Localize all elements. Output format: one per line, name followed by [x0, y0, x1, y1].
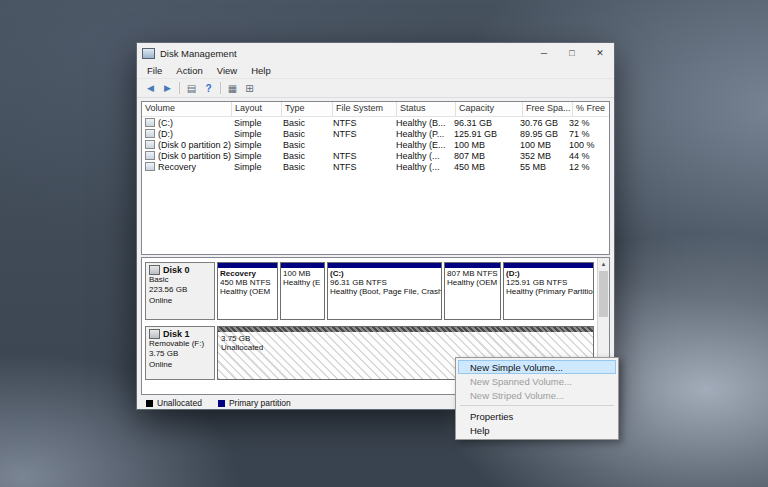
cell-layout: Simple	[231, 162, 280, 172]
cell-percent-free: 100 %	[566, 140, 610, 150]
menu-file[interactable]: File	[140, 65, 169, 76]
cell-capacity: 807 MB	[451, 151, 517, 161]
cell-free-space: 352 MB	[517, 151, 566, 161]
table-row[interactable]: (Disk 0 partition 2) Simple Basic Health…	[142, 139, 609, 150]
unallocated-swatch-icon	[146, 400, 153, 407]
partition-d[interactable]: (D:) 125.91 GB NTFS Healthy (Primary Par…	[503, 262, 594, 320]
partition-recovery[interactable]: Recovery 450 MB NTFS Healthy (OEM	[217, 262, 278, 320]
disk0-partitions: Recovery 450 MB NTFS Healthy (OEM 100 MB…	[217, 262, 594, 320]
cell-capacity: 125.91 GB	[451, 129, 517, 139]
menu-item-new-spanned-volume: New Spanned Volume...	[458, 374, 616, 388]
unallocated-label: Unallocated	[221, 343, 590, 352]
column-header-status[interactable]: Status	[397, 102, 456, 116]
properties-icon[interactable]: ▦	[224, 81, 241, 96]
cell-type: Basic	[280, 118, 330, 128]
minimize-button[interactable]: ─	[530, 43, 558, 63]
column-header-file-system[interactable]: File System	[333, 102, 397, 116]
cell-file-system: NTFS	[330, 118, 393, 128]
table-row[interactable]: (D:) Simple Basic NTFS Healthy (P... 125…	[142, 128, 609, 139]
cell-layout: Simple	[231, 129, 280, 139]
toolbar-separator	[179, 82, 180, 94]
cell-free-space: 100 MB	[517, 140, 566, 150]
disk-management-window: Disk Management ─ □ ✕ File Action View H…	[136, 42, 615, 410]
disk1-type: Removable (F:)	[149, 339, 211, 349]
menu-action[interactable]: Action	[169, 65, 209, 76]
cell-capacity: 96.31 GB	[451, 118, 517, 128]
forward-icon[interactable]: ▶	[159, 81, 176, 96]
disk1-label[interactable]: Disk 1 Removable (F:) 3.75 GB Online	[145, 326, 215, 380]
cell-layout: Simple	[231, 151, 280, 161]
partition-name: Recovery	[220, 269, 275, 278]
column-header-type[interactable]: Type	[282, 102, 333, 116]
cell-file-system: NTFS	[330, 129, 393, 139]
partition-name: (C:)	[330, 269, 439, 278]
scrollbar-thumb[interactable]	[599, 271, 608, 317]
volume-icon	[145, 151, 155, 160]
cell-type: Basic	[280, 151, 330, 161]
cell-file-system: NTFS	[330, 162, 393, 172]
partition-size: 807 MB NTFS	[447, 269, 498, 278]
legend-primary-partition-label: Primary partition	[229, 398, 291, 408]
cell-percent-free: 44 %	[566, 151, 610, 161]
volume-list-pane: Volume Layout Type File System Status Ca…	[141, 101, 610, 255]
volume-icon	[145, 140, 155, 149]
console-tree-icon[interactable]: ▤	[183, 81, 200, 96]
disk-management-app-icon	[142, 48, 155, 59]
column-header-layout[interactable]: Layout	[232, 102, 282, 116]
table-row[interactable]: Recovery Simple Basic NTFS Healthy (... …	[142, 161, 609, 172]
scroll-up-icon[interactable]: ▲	[598, 258, 609, 269]
toolbar-separator	[220, 82, 221, 94]
table-row[interactable]: (C:) Simple Basic NTFS Healthy (B... 96.…	[142, 117, 609, 128]
volume-name: (D:)	[158, 129, 173, 139]
volume-icon	[145, 129, 155, 138]
menu-item-help[interactable]: Help	[458, 423, 616, 437]
titlebar[interactable]: Disk Management ─ □ ✕	[137, 43, 614, 63]
menu-view[interactable]: View	[210, 65, 244, 76]
disk0-label[interactable]: Disk 0 Basic 223.56 GB Online	[145, 262, 215, 320]
close-button[interactable]: ✕	[586, 43, 614, 63]
legend-primary-partition: Primary partition	[218, 398, 291, 408]
volume-name: (Disk 0 partition 2)	[158, 140, 231, 150]
volume-name: (C:)	[158, 118, 173, 128]
column-header-capacity[interactable]: Capacity	[456, 102, 523, 116]
unallocated-size: 3.75 GB	[221, 334, 590, 343]
menu-item-properties[interactable]: Properties	[458, 409, 616, 423]
disk-view-icon[interactable]: ⊞	[241, 81, 258, 96]
partition-health: Healthy (OEM P...	[447, 278, 498, 287]
disk0-row: Disk 0 Basic 223.56 GB Online Recovery 4…	[145, 262, 594, 320]
disk1-status: Online	[149, 360, 211, 370]
table-row[interactable]: (Disk 0 partition 5) Simple Basic NTFS H…	[142, 150, 609, 161]
partition-size: 450 MB NTFS	[220, 278, 275, 287]
disk0-name: Disk 0	[163, 265, 190, 275]
cell-type: Basic	[280, 162, 330, 172]
partition-health: Healthy (OEM	[220, 287, 275, 296]
menu-help[interactable]: Help	[244, 65, 278, 76]
legend-unallocated: Unallocated	[146, 398, 202, 408]
partition-size: 125.91 GB NTFS	[506, 278, 591, 287]
partition-size: 96.31 GB NTFS	[330, 278, 439, 287]
partition-health: Healthy (E	[283, 278, 322, 287]
back-icon[interactable]: ◀	[142, 81, 159, 96]
menu-bar: File Action View Help	[137, 63, 614, 79]
column-header-volume[interactable]: Volume	[142, 102, 232, 116]
partition-name: (D:)	[506, 269, 591, 278]
cell-status: Healthy (P...	[393, 129, 451, 139]
disk1-size: 3.75 GB	[149, 349, 211, 359]
window-title: Disk Management	[160, 48, 530, 59]
help-icon[interactable]: ?	[200, 81, 217, 96]
cell-free-space: 30.76 GB	[517, 118, 566, 128]
toolbar: ◀ ▶ ▤ ? ▦ ⊞	[137, 79, 614, 98]
column-header-percent-free[interactable]: % Free	[573, 102, 610, 116]
menu-item-new-striped-volume: New Striped Volume...	[458, 388, 616, 402]
menu-item-new-simple-volume[interactable]: New Simple Volume...	[458, 360, 616, 374]
partition-efi[interactable]: 100 MB Healthy (E	[280, 262, 325, 320]
volume-name: (Disk 0 partition 5)	[158, 151, 231, 161]
cell-capacity: 450 MB	[451, 162, 517, 172]
maximize-button[interactable]: □	[558, 43, 586, 63]
disk0-type: Basic	[149, 275, 211, 285]
cell-file-system: NTFS	[330, 151, 393, 161]
column-header-free-space[interactable]: Free Spa...	[523, 102, 573, 116]
partition-oem[interactable]: 807 MB NTFS Healthy (OEM P...	[444, 262, 501, 320]
partition-c[interactable]: (C:) 96.31 GB NTFS Healthy (Boot, Page F…	[327, 262, 442, 320]
cell-type: Basic	[280, 129, 330, 139]
